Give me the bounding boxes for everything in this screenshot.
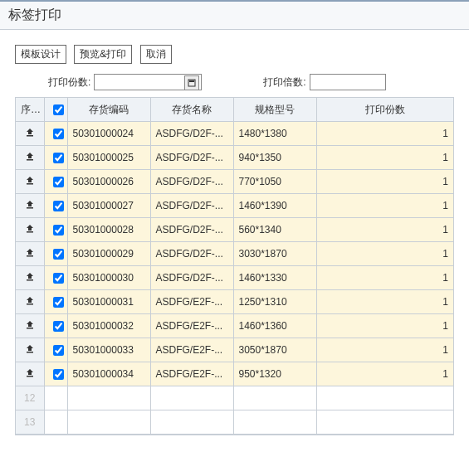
row-index-cell[interactable] [16,122,44,146]
table-row[interactable]: 50301000028ASDFG/D2F-...560*13401 [16,218,454,242]
row-action-icon[interactable] [24,367,36,379]
select-all-checkbox[interactable] [53,104,64,115]
row-check-cell[interactable] [44,338,67,362]
row-action-icon[interactable] [24,127,36,138]
row-qty-cell[interactable]: 1 [316,266,454,290]
table-header-row: 序号 存货编码 存货名称 规格型号 打印份数 [16,98,454,122]
col-header-index[interactable]: 序号 [16,98,44,122]
row-checkbox[interactable] [53,201,64,211]
row-qty-cell[interactable]: 1 [316,314,454,338]
toolbar: 模板设计 预览&打印 取消 [0,30,469,74]
row-index-cell[interactable] [16,314,44,338]
svg-rect-10 [27,328,33,329]
row-check-cell[interactable] [44,170,67,194]
col-header-spec[interactable]: 规格型号 [233,98,316,122]
table-row[interactable]: 50301000033ASDFG/E2F-...3050*18701 [16,338,454,362]
table-row[interactable]: 50301000027ASDFG/D2F-...1460*13901 [16,194,454,218]
row-checkbox[interactable] [53,129,64,139]
row-name-cell: ASDFG/D2F-... [150,194,233,218]
row-spec-cell: 770*1050 [233,170,316,194]
row-qty-cell[interactable]: 1 [316,290,454,314]
row-check-cell[interactable] [44,194,67,218]
table-row[interactable]: 50301000031ASDFG/E2F-...1250*13101 [16,290,454,314]
row-name-cell: ASDFG/E2F-... [150,290,233,314]
table-row[interactable]: 50301000034ASDFG/E2F-...950*13201 [16,362,454,386]
row-index-cell[interactable] [16,146,44,170]
row-check-cell[interactable] [44,242,67,266]
row-action-icon[interactable] [24,295,36,307]
row-index-cell[interactable] [16,194,44,218]
row-check-cell[interactable] [44,146,67,170]
row-qty-cell[interactable]: 1 [316,170,454,194]
row-check-cell[interactable] [44,266,67,290]
row-check-cell[interactable] [44,290,67,314]
row-qty-cell[interactable]: 1 [316,218,454,242]
row-checkbox[interactable] [53,369,64,380]
col-header-code[interactable]: 存货编码 [67,98,150,122]
row-action-icon[interactable] [24,199,36,211]
row-checkbox[interactable] [53,273,64,284]
row-name-cell: ASDFG/E2F-... [150,314,233,338]
table-row[interactable]: 50301000025ASDFG/D2F-...940*13501 [16,146,454,170]
table-row[interactable]: 50301000026ASDFG/D2F-...770*10501 [16,170,454,194]
print-options-row: 打印份数: 打印倍数: [0,74,469,97]
row-index-cell[interactable] [16,266,44,290]
table-row[interactable]: 50301000032ASDFG/E2F-...1460*13601 [16,314,454,338]
row-name-cell: ASDFG/D2F-... [150,122,233,146]
svg-rect-6 [27,231,33,233]
row-action-icon[interactable] [24,319,36,331]
row-action-icon[interactable] [24,343,36,355]
row-code-cell: 50301000032 [67,314,150,338]
table-empty-row: 12 [16,386,454,410]
template-design-button[interactable]: 模板设计 [15,45,66,64]
row-qty-cell[interactable]: 1 [316,146,454,170]
row-checkbox[interactable] [53,225,64,236]
row-code-cell: 50301000028 [67,218,150,242]
copies-picker-icon[interactable] [184,75,199,90]
row-spec-cell: 560*1340 [233,218,316,242]
row-action-icon[interactable] [24,151,36,163]
table-row[interactable]: 50301000030ASDFG/D2F-...1460*13301 [16,266,454,290]
table-row[interactable]: 50301000024ASDFG/D2F-...1480*13801 [16,122,454,146]
col-header-name[interactable]: 存货名称 [150,98,233,122]
row-code-cell: 50301000034 [67,362,150,386]
row-checkbox[interactable] [53,321,64,332]
multiplier-input[interactable] [310,74,386,90]
row-qty-cell[interactable]: 1 [316,338,454,362]
col-header-check[interactable] [44,98,67,122]
row-qty-cell[interactable]: 1 [316,194,454,218]
row-index-cell[interactable] [16,338,44,362]
row-code-cell: 50301000033 [67,338,150,362]
row-check-cell[interactable] [44,218,67,242]
preview-print-button[interactable]: 预览&打印 [74,45,132,64]
row-qty-cell[interactable]: 1 [316,362,454,386]
row-check-cell[interactable] [44,362,67,386]
row-index-cell[interactable] [16,290,44,314]
svg-rect-3 [27,159,33,161]
row-action-icon[interactable] [24,223,36,235]
row-action-icon[interactable] [24,175,36,187]
row-qty-cell[interactable]: 1 [316,122,454,146]
cancel-button[interactable]: 取消 [140,45,172,64]
row-index-cell[interactable] [16,362,44,386]
row-checkbox[interactable] [53,345,64,356]
row-action-icon[interactable] [24,271,36,283]
row-action-icon[interactable] [24,247,36,259]
row-checkbox[interactable] [53,249,64,260]
row-checkbox[interactable] [53,177,64,187]
row-name-cell: ASDFG/E2F-... [150,362,233,386]
row-check-cell[interactable] [44,122,67,146]
row-spec-cell: 1460*1330 [233,266,316,290]
row-checkbox[interactable] [53,153,64,163]
row-checkbox[interactable] [53,297,64,308]
row-index-cell[interactable] [16,170,44,194]
row-index-cell[interactable] [16,218,44,242]
svg-rect-8 [27,279,33,281]
row-index-cell[interactable] [16,242,44,266]
row-name-cell: ASDFG/D2F-... [150,218,233,242]
table-row[interactable]: 50301000029ASDFG/D2F-...3030*18701 [16,242,454,266]
row-check-cell[interactable] [44,314,67,338]
copies-input[interactable] [94,74,202,90]
row-qty-cell[interactable]: 1 [316,242,454,266]
col-header-qty[interactable]: 打印份数 [316,98,454,122]
